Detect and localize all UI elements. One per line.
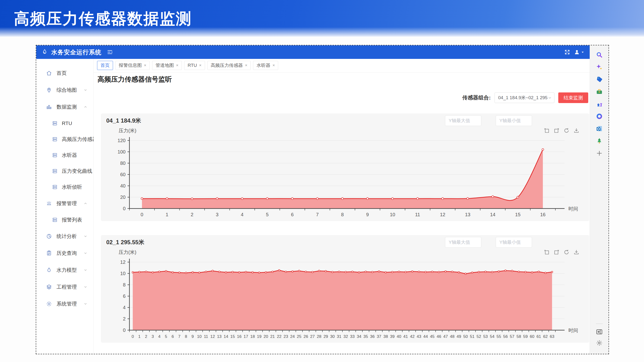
tab-RTU[interactable]: RTU×	[184, 61, 205, 70]
tab-报警信息图[interactable]: 报警信息图×	[116, 61, 150, 70]
tab-bar: 首页报警信息图×管道地图×RTU×高频压力传感器×水听器×	[97, 61, 278, 70]
y-min-input[interactable]	[496, 237, 532, 248]
svg-text:48: 48	[450, 334, 454, 339]
sensor-group-select[interactable]: 04_1 184.9米~02_1 295.55	[494, 92, 554, 103]
chevron-down-icon	[83, 302, 88, 306]
chess-icon[interactable]	[596, 100, 603, 108]
toolbox-icon[interactable]	[596, 88, 603, 95]
svg-text:18: 18	[250, 334, 255, 339]
sidebar-item-2[interactable]: 数据监测	[36, 98, 94, 115]
svg-text:45: 45	[430, 334, 435, 339]
svg-text:26: 26	[304, 334, 308, 339]
zoom-reset-icon[interactable]	[554, 127, 560, 134]
y-max-input[interactable]	[445, 115, 481, 126]
sidebar-subitem[interactable]: 高频压力传感器	[36, 131, 94, 147]
tab-管道地图[interactable]: 管道地图×	[152, 61, 182, 70]
close-icon[interactable]: ×	[245, 63, 248, 68]
sidebar-subitem[interactable]: 压力变化曲线	[36, 163, 94, 179]
tab-label: 管道地图	[156, 62, 174, 68]
sidebar-item-7[interactable]: 工程管理	[36, 279, 94, 295]
chevron-down-icon	[83, 234, 88, 238]
panel-icon[interactable]	[596, 328, 603, 336]
svg-text:42: 42	[410, 334, 414, 339]
chart-card-1: 04_1 184.9米 0204060801001200123456789101…	[101, 113, 589, 221]
pressure-chart-2[interactable]: 0246810120123456789101112131415161718192…	[101, 235, 589, 343]
page-title: 高频压力传感器信号监听	[98, 75, 172, 84]
svg-text:9: 9	[366, 212, 369, 217]
svg-text:17: 17	[244, 334, 248, 339]
svg-text:49: 49	[456, 334, 461, 339]
close-icon[interactable]: ×	[176, 63, 178, 68]
sidebar-item-1[interactable]: 综合地图	[36, 82, 94, 98]
pressure-chart-1[interactable]: 020406080100120012345678910111213141516压…	[101, 113, 589, 221]
download-icon[interactable]	[573, 127, 580, 134]
zoom-select-icon[interactable]	[544, 127, 550, 134]
tree-icon[interactable]	[596, 137, 603, 145]
copilot-icon[interactable]	[596, 63, 603, 71]
close-icon[interactable]: ×	[144, 63, 146, 68]
sidebar-item-8[interactable]: 系统管理	[36, 295, 94, 312]
svg-text:37: 37	[377, 334, 381, 339]
svg-text:120: 120	[118, 138, 126, 143]
svg-text:8: 8	[341, 212, 344, 217]
svg-text:13: 13	[217, 334, 222, 339]
svg-text:8: 8	[123, 282, 126, 288]
gear-icon[interactable]	[596, 339, 603, 347]
sidebar-item-label: 工程管理	[56, 284, 77, 290]
sidebar-item-4[interactable]: 统计分析	[36, 228, 94, 245]
server-icon	[52, 217, 58, 223]
sidebar-subitem[interactable]: 水听器	[36, 147, 94, 163]
download-icon[interactable]	[573, 249, 580, 255]
layers-icon	[46, 284, 52, 290]
chart-2-title: 02_1 295.55米	[106, 238, 144, 246]
y-max-input[interactable]	[445, 237, 481, 248]
plus-icon[interactable]	[596, 150, 603, 157]
zoom-reset-icon[interactable]	[554, 249, 560, 255]
svg-text:14: 14	[224, 334, 228, 339]
y-min-input[interactable]	[496, 115, 532, 126]
svg-text:20: 20	[120, 195, 126, 200]
svg-text:80: 80	[120, 160, 126, 166]
refresh-icon[interactable]	[563, 127, 570, 134]
stop-monitor-button[interactable]: 结束监测	[558, 92, 588, 103]
sidebar-subitem[interactable]: 报警列表	[36, 212, 94, 228]
browser-sidebar	[590, 45, 608, 354]
svg-text:61: 61	[536, 334, 541, 339]
svg-text:59: 59	[523, 334, 528, 339]
loop-icon[interactable]	[596, 113, 603, 120]
tab-首页[interactable]: 首页	[97, 61, 113, 70]
svg-text:4: 4	[158, 334, 160, 339]
svg-text:9: 9	[192, 334, 194, 339]
menu-fold-icon[interactable]	[107, 49, 113, 55]
close-icon[interactable]: ×	[272, 63, 275, 68]
outlook-icon[interactable]	[596, 125, 603, 132]
gear-icon	[46, 301, 52, 307]
map-icon	[46, 87, 52, 93]
sidebar-item-0[interactable]: 首页	[36, 65, 94, 82]
svg-text:56: 56	[503, 334, 508, 339]
sidebar-item-6[interactable]: 水力模型	[36, 262, 94, 279]
tag-icon[interactable]	[596, 76, 603, 83]
page: 高频压力传感器数据监测 水务安全运行系统 首页综合地图数据监测RTU高频压力传感…	[0, 0, 644, 362]
sidebar-item-label: 数据监测	[56, 103, 77, 110]
sidebar-item-3[interactable]: 报警管理	[36, 195, 94, 212]
sensor-controls: 传感器组合: 04_1 184.9米~02_1 295.55 结束监测	[462, 92, 588, 103]
zoom-select-icon[interactable]	[544, 249, 550, 255]
tab-水听器[interactable]: 水听器×	[253, 61, 278, 70]
svg-text:57: 57	[510, 334, 514, 339]
svg-text:压力(米): 压力(米)	[118, 250, 136, 255]
refresh-icon[interactable]	[563, 249, 570, 255]
tab-高频压力传感器[interactable]: 高频压力传感器×	[208, 61, 251, 70]
sidebar-subitem-label: 水听侦听	[62, 184, 82, 190]
svg-text:36: 36	[370, 334, 375, 339]
caret-down-icon[interactable]	[580, 50, 585, 54]
sidebar-subitem[interactable]: RTU	[36, 115, 94, 131]
fullscreen-icon[interactable]	[564, 49, 570, 55]
user-icon[interactable]	[574, 49, 580, 55]
sidebar-subitem[interactable]: 水听侦听	[36, 179, 94, 195]
close-icon[interactable]: ×	[199, 63, 202, 68]
chevron-down-icon	[83, 88, 88, 92]
search-icon[interactable]	[596, 51, 603, 58]
sidebar-item-5[interactable]: 历史查询	[36, 245, 94, 262]
svg-text:5: 5	[165, 334, 167, 339]
